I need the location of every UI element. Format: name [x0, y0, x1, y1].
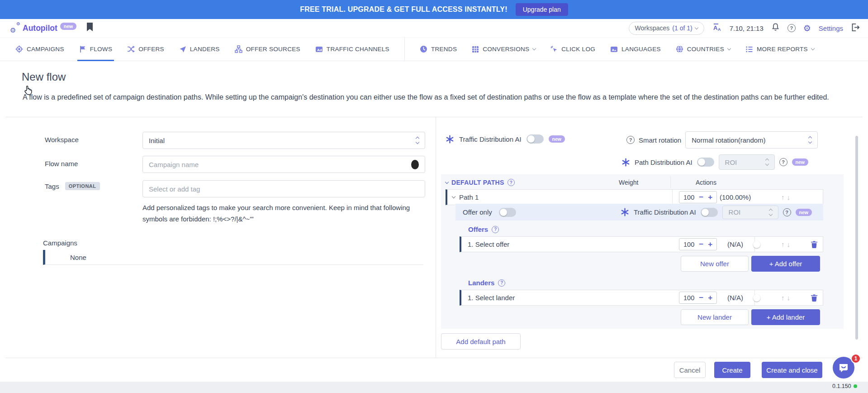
offer-only-toggle[interactable] — [499, 208, 516, 217]
notifications-bell-icon[interactable] — [771, 23, 780, 34]
nav-label: TRAFFIC CHANNELS — [327, 46, 389, 53]
upgrade-plan-button[interactable]: Upgrade plan — [516, 3, 568, 16]
offer-weight-value: 100 — [683, 241, 694, 248]
flow-name-input[interactable] — [142, 156, 425, 173]
arrow-up-icon[interactable] — [781, 294, 785, 302]
tags-input[interactable] — [142, 180, 425, 197]
nav-more-reports[interactable]: MORE REPORTS — [745, 38, 814, 61]
arrow-up-icon[interactable] — [781, 240, 785, 248]
arrow-up-icon[interactable] — [781, 193, 785, 201]
arrow-down-icon[interactable] — [787, 240, 791, 248]
nav-flows[interactable]: FLOWS — [79, 38, 113, 61]
panes-divider — [436, 117, 436, 358]
clock-icon — [420, 45, 427, 53]
offer-percent: (N/A) — [727, 240, 743, 248]
nav-countries[interactable]: COUNTRIES — [676, 38, 730, 61]
reorder-arrows[interactable] — [781, 240, 790, 248]
reorder-arrows[interactable] — [781, 294, 790, 302]
traffic-ai-help-icon[interactable] — [783, 208, 791, 216]
path-row[interactable]: Path 1 100 (100.00%) — [446, 189, 823, 205]
nav-traffic-channels[interactable]: Ad TRAFFIC CHANNELS — [315, 38, 389, 61]
lander-row-label[interactable]: 1. Select lander — [468, 294, 515, 302]
svg-text:a: a — [615, 49, 617, 52]
main-nav: CAMPAIGNS FLOWS OFFERS LANDERS OFFER SOU… — [0, 37, 868, 61]
workspace-select[interactable]: Initial — [142, 132, 425, 149]
new-lander-button[interactable]: New lander — [681, 309, 749, 325]
chevron-down-icon[interactable] — [452, 195, 455, 198]
actions-column-header: Actions — [696, 179, 716, 186]
delete-offer-trash-icon[interactable] — [811, 240, 818, 250]
create-button[interactable]: Create — [714, 362, 750, 378]
lander-weight-control[interactable]: 100 — [679, 292, 717, 304]
offer-row-label[interactable]: 1. Select offer — [468, 240, 509, 248]
nav-landers[interactable]: LANDERS — [179, 38, 220, 61]
chevron-down-icon — [694, 25, 698, 29]
nav-offers[interactable]: OFFERS — [127, 38, 164, 61]
translate-icon[interactable]: AA — [712, 23, 722, 34]
help-icon[interactable] — [787, 24, 796, 32]
autopilot-new-badge: new — [60, 23, 76, 30]
minus-button[interactable] — [699, 240, 703, 248]
chat-unread-badge: 1 — [851, 354, 861, 364]
cancel-button[interactable]: Cancel — [674, 362, 706, 378]
trial-banner: FREE TRIAL. UPGRADE & GET FULL ACCESS IN… — [0, 0, 868, 19]
add-default-path-button[interactable]: Add default path — [441, 333, 521, 350]
offer-row[interactable]: 1. Select offer 100 (N/A) — [460, 236, 823, 252]
settings-link[interactable]: Settings — [819, 24, 843, 32]
nav-divider — [404, 38, 405, 61]
nav-languages[interactable]: Aa LANGUAGES — [610, 38, 661, 61]
workspace-label: Workspace — [45, 136, 79, 144]
sitemap-icon — [235, 45, 242, 53]
lander-row[interactable]: 1. Select lander 100 (N/A) — [460, 290, 823, 306]
traffic-ai-new-badge: new — [549, 135, 565, 143]
create-and-close-button[interactable]: Create and close — [762, 362, 822, 378]
landers-help-icon[interactable] — [498, 279, 505, 287]
path-ai-toggle[interactable] — [697, 158, 714, 167]
gear-icon[interactable] — [803, 23, 811, 34]
panel-scrollbar[interactable] — [855, 136, 858, 340]
smart-rotation-help-icon[interactable] — [626, 136, 635, 144]
nav-offer-sources[interactable]: OFFER SOURCES — [235, 38, 300, 61]
logout-icon[interactable] — [851, 23, 860, 34]
list-icon — [745, 46, 753, 53]
arrow-down-icon[interactable] — [787, 294, 791, 302]
minus-button[interactable] — [699, 294, 703, 302]
plus-button[interactable] — [708, 193, 712, 201]
traffic-ai-new-badge: new — [796, 209, 812, 216]
nav-trends[interactable]: TRENDS — [420, 38, 457, 61]
offer-weight-control[interactable]: 100 — [679, 238, 717, 250]
nav-campaigns[interactable]: CAMPAIGNS — [15, 38, 64, 61]
new-offer-button[interactable]: New offer — [681, 256, 749, 272]
path-ai-metric-select: ROI — [719, 154, 775, 170]
workspace-select-value: Initial — [149, 137, 165, 144]
nav-conversions[interactable]: CONVERSIONS — [472, 38, 536, 61]
ai-icon — [621, 158, 630, 167]
path-traffic-ai-metric-select: ROI — [722, 206, 778, 219]
bookmark-icon[interactable] — [86, 23, 93, 34]
add-offer-button[interactable]: + Add offer — [751, 256, 820, 272]
path-weight-control[interactable]: 100 — [679, 191, 717, 203]
plus-button[interactable] — [708, 294, 712, 302]
add-lander-button[interactable]: + Add lander — [751, 309, 820, 325]
chat-bubble-icon — [838, 362, 849, 373]
autopilot-link[interactable]: Autopilot — [23, 24, 57, 33]
page-description: A flow is a predefined set of campaign d… — [23, 91, 845, 103]
click-icon — [550, 46, 558, 53]
path-traffic-ai-toggle[interactable] — [701, 208, 718, 217]
path-ai-help-icon[interactable] — [779, 158, 787, 166]
delete-lander-trash-icon[interactable] — [811, 294, 818, 304]
traffic-ai-toggle[interactable] — [526, 134, 544, 144]
grid-icon — [472, 46, 479, 53]
minus-button[interactable] — [699, 193, 703, 201]
nav-click-log[interactable]: CLICK LOG — [550, 38, 595, 61]
nav-label: CONVERSIONS — [483, 46, 529, 53]
plus-button[interactable] — [708, 240, 712, 248]
smart-rotation-select[interactable]: Normal rotation(random) — [685, 131, 818, 149]
arrow-down-icon[interactable] — [787, 193, 791, 201]
offers-help-icon[interactable] — [492, 226, 499, 233]
default-paths-header[interactable]: DEFAULT PATHS — [446, 177, 515, 188]
workspaces-selector[interactable]: Workspaces (1 of 1) — [629, 22, 704, 35]
ad-icon: Ad — [315, 46, 323, 53]
reorder-arrows[interactable] — [781, 193, 790, 201]
default-paths-help-icon[interactable] — [508, 179, 515, 186]
